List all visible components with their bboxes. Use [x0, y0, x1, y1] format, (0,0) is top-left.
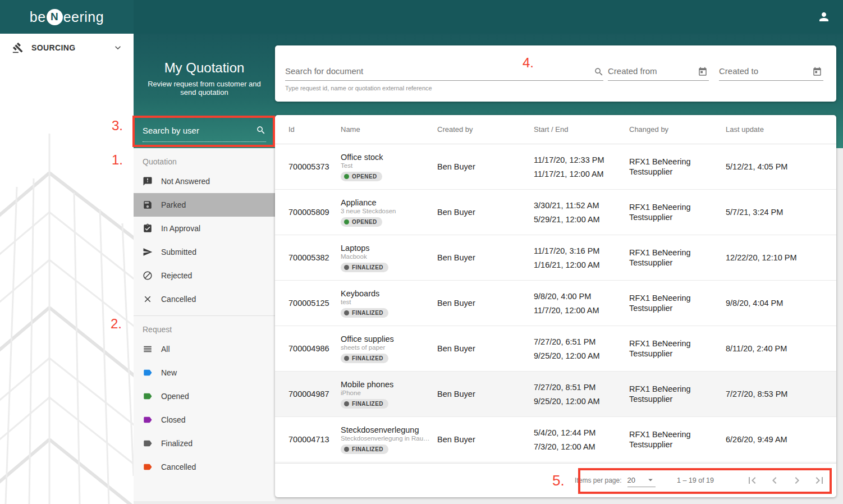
logo-text-post: eering: [63, 9, 104, 25]
row-last-update: 5/7/21, 3:24 PM: [726, 208, 836, 217]
row-subtitle: Macbook: [341, 253, 432, 260]
table-row[interactable]: 700004986 Office supplies sheets of pape…: [275, 326, 836, 372]
row-changed-by: RFX1 BeNeering Testsupplier: [629, 202, 699, 222]
column-header-name: Name: [341, 125, 437, 134]
menu-item-quotation-rejected[interactable]: Rejected: [134, 264, 275, 287]
search-icon[interactable]: [594, 67, 604, 77]
status-label: OPENED: [352, 219, 377, 225]
row-name: Steckdosenverlegung: [341, 425, 437, 434]
status-label: FINALIZED: [352, 401, 383, 407]
row-subtitle: 3 neue Steckdosen: [341, 208, 432, 214]
created-to-input[interactable]: Created to: [719, 66, 758, 76]
document-search-input[interactable]: Search for document: [285, 66, 363, 76]
search-icon[interactable]: [256, 125, 266, 135]
calendar-icon[interactable]: [812, 67, 822, 77]
sidebar-item-sourcing[interactable]: SOURCING: [0, 34, 134, 62]
row-changed-by: RFX1 BeNeering Testsupplier: [629, 157, 699, 177]
row-end: 5/29/21, 12:00 AM: [534, 214, 629, 224]
row-created-by: Ben Buyer: [437, 435, 534, 444]
row-end: 1/16/21, 12:00 AM: [534, 260, 629, 270]
table-header-row: IdNameCreated byStart / EndChanged byLas…: [275, 115, 836, 144]
table-row[interactable]: 700004987 Mobile phones iPhone FINALIZED…: [275, 372, 836, 417]
row-start-end: 11/17/20, 3:16 PM 1/16/21, 12:00 AM: [534, 246, 629, 270]
page-title: My Quotation: [134, 60, 275, 76]
row-created-by: Ben Buyer: [437, 299, 534, 308]
row-start: 7/27/20, 8:51 PM: [534, 382, 629, 392]
table-row[interactable]: 700005382 Laptops Macbook FINALIZED Ben …: [275, 235, 836, 281]
row-end: 9/25/20, 12:00 AM: [534, 351, 629, 361]
calendar-icon[interactable]: [698, 67, 708, 77]
menu-item-label: Parked: [161, 200, 186, 209]
row-start: 3/30/21, 11:52 AM: [534, 200, 629, 210]
row-subtitle: Steckdosenverlegung in Raum 12...: [341, 435, 432, 442]
row-created-by: Ben Buyer: [437, 390, 534, 398]
status-dot-icon: [344, 174, 349, 179]
column-header-last-update: Last update: [726, 125, 836, 134]
row-start: 11/17/20, 12:33 PM: [534, 155, 629, 165]
table-body: 700005373 Office stock Test OPENED Ben B…: [275, 144, 836, 462]
menu-item-quotation-cancelled[interactable]: Cancelled: [134, 287, 275, 311]
row-end: 11/17/21, 12:00 AM: [534, 169, 629, 179]
row-changed-by: RFX1 BeNeering Testsupplier: [629, 429, 699, 450]
menu-item-quotation-in-approval[interactable]: In Approval: [134, 217, 275, 240]
menu-item-request-cancelled[interactable]: Cancelled: [134, 455, 275, 479]
status-label: FINALIZED: [352, 355, 383, 361]
row-created-by: Ben Buyer: [437, 162, 534, 171]
column-header-id: Id: [288, 125, 341, 134]
table-row[interactable]: 700004713 Steckdosenverlegung Steckdosen…: [275, 417, 836, 462]
row-start: 7/27/20, 6:51 PM: [534, 337, 629, 347]
gavel-icon: [12, 42, 24, 53]
status-label: FINALIZED: [352, 446, 383, 452]
table-row[interactable]: 700005373 Office stock Test OPENED Ben B…: [275, 144, 836, 190]
menu-item-request-opened[interactable]: Opened: [134, 384, 275, 408]
row-end: 9/25/20, 12:00 AM: [534, 396, 629, 406]
tag-icon: [143, 415, 153, 425]
row-end: 7/3/20, 12:00 AM: [534, 442, 629, 452]
account-icon[interactable]: [817, 10, 831, 24]
send-icon: [143, 247, 153, 257]
request-section-label: Request: [134, 322, 275, 337]
row-changed-by: RFX1 BeNeering Testsupplier: [629, 338, 699, 359]
status-dot-icon: [344, 356, 349, 361]
menu-item-request-new[interactable]: New: [134, 361, 275, 384]
row-subtitle: iPhone: [341, 390, 432, 396]
status-dot-icon: [344, 265, 349, 270]
next-page-button[interactable]: [790, 474, 804, 487]
row-last-update: 8/11/20, 2:40 PM: [726, 344, 836, 353]
menu-item-label: Not Answered: [161, 177, 210, 186]
chevron-down-icon[interactable]: [112, 42, 123, 53]
row-name: Office supplies: [341, 335, 437, 343]
menu-item-quotation-submitted[interactable]: Submitted: [134, 240, 275, 264]
row-name-cell: Keyboards test FINALIZED: [341, 289, 437, 318]
annotation-1: 1.: [112, 152, 123, 168]
menu-item-request-all[interactable]: All: [134, 337, 275, 361]
logo-n-icon: N: [47, 9, 63, 25]
menu-item-request-closed[interactable]: Closed: [134, 408, 275, 432]
first-page-button[interactable]: [745, 474, 759, 487]
row-name-cell: Office supplies sheets of paper FINALIZE…: [341, 335, 437, 363]
row-name-cell: Mobile phones iPhone FINALIZED: [341, 380, 437, 409]
row-changed-by: RFX1 BeNeering Testsupplier: [629, 384, 699, 404]
menu-item-quotation-not-answered[interactable]: Not Answered: [134, 169, 275, 193]
last-page-button[interactable]: [813, 474, 826, 487]
previous-page-button[interactable]: [768, 474, 781, 487]
table-row[interactable]: 700005125 Keyboards test FINALIZED Ben B…: [275, 281, 836, 326]
created-from-input[interactable]: Created from: [608, 66, 657, 76]
row-start: 5/4/20, 12:44 PM: [534, 428, 629, 438]
menu-item-quotation-parked[interactable]: Parked: [134, 193, 275, 217]
row-start-end: 5/4/20, 12:44 PM 7/3/20, 12:00 AM: [534, 428, 629, 452]
items-per-page-select[interactable]: 20: [627, 474, 656, 487]
search-by-user-placeholder: Search by user: [143, 126, 256, 135]
sourcing-label: SOURCING: [31, 43, 76, 52]
menu-item-request-finalized[interactable]: Finalized: [134, 432, 275, 455]
search-by-user-field[interactable]: Search by user: [134, 117, 275, 146]
row-last-update: 7/27/20, 8:53 PM: [726, 390, 836, 398]
row-created-by: Ben Buyer: [437, 208, 534, 217]
items-per-page-value: 20: [627, 476, 635, 484]
table-row[interactable]: 700005809 Appliance 3 neue Steckdosen OP…: [275, 190, 836, 235]
annotation-2: 2.: [111, 316, 122, 332]
save-icon: [143, 200, 153, 210]
created-to-underline: [719, 80, 823, 81]
menu-item-label: Closed: [161, 415, 186, 424]
quotation-table-card: IdNameCreated byStart / EndChanged byLas…: [275, 115, 836, 497]
